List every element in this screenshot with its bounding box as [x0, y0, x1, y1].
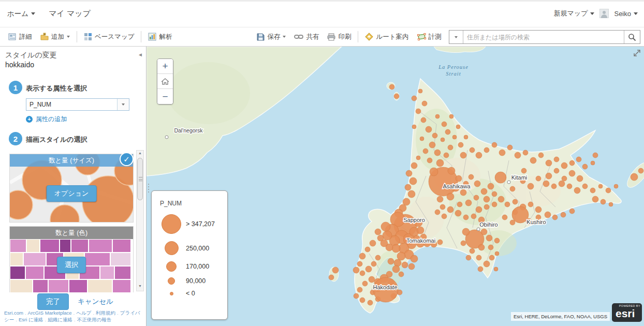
feature-symbol[interactable]: [515, 152, 521, 158]
feature-symbol[interactable]: [408, 263, 415, 270]
feature-symbol[interactable]: [510, 220, 515, 225]
options-button[interactable]: オプション: [47, 185, 97, 202]
feature-symbol[interactable]: [574, 187, 580, 194]
feature-symbol[interactable]: [455, 210, 461, 216]
feature-symbol[interactable]: [492, 202, 497, 207]
feature-symbol[interactable]: [442, 122, 447, 127]
feature-symbol[interactable]: [567, 184, 572, 189]
feature-symbol[interactable]: [492, 191, 497, 197]
feature-symbol[interactable]: [332, 267, 339, 273]
feature-symbol[interactable]: [569, 160, 575, 166]
feature-symbol[interactable]: [476, 152, 482, 158]
scroll-up-arrow[interactable]: ▲: [137, 151, 143, 157]
add-button[interactable]: 追加: [36, 30, 74, 43]
measure-button[interactable]: 計測: [413, 30, 446, 43]
feature-symbol[interactable]: [523, 150, 528, 155]
feature-symbol[interactable]: [502, 215, 507, 220]
style-card-size[interactable]: 数と量 (サイズ) ✓ オプション: [9, 154, 134, 223]
feature-symbol[interactable]: [505, 202, 510, 207]
feature-symbol[interactable]: [551, 184, 557, 189]
feature-symbol[interactable]: [466, 255, 471, 260]
feature-symbol[interactable]: [460, 152, 466, 158]
feature-symbol[interactable]: [365, 266, 372, 272]
feature-symbol[interactable]: [488, 183, 494, 189]
feature-symbol[interactable]: [456, 125, 460, 129]
feature-symbol[interactable]: [456, 175, 462, 182]
feature-symbol[interactable]: [457, 202, 462, 207]
feature-symbol[interactable]: [418, 89, 422, 93]
feature-symbol[interactable]: [440, 204, 445, 210]
feature-symbol[interactable]: [536, 176, 541, 181]
feature-symbol[interactable]: [481, 188, 487, 195]
feature-symbol[interactable]: [499, 150, 505, 156]
feature-symbol[interactable]: [528, 183, 534, 189]
feature-symbol[interactable]: [552, 215, 558, 220]
expand-icon[interactable]: [633, 49, 641, 57]
feature-symbol[interactable]: [545, 212, 551, 218]
done-button[interactable]: 完了: [37, 293, 69, 310]
feature-symbol[interactable]: [383, 231, 392, 240]
feature-symbol[interactable]: [375, 255, 380, 260]
feature-symbol[interactable]: [489, 255, 494, 260]
feature-symbol[interactable]: [614, 184, 618, 188]
feature-symbol[interactable]: [392, 265, 400, 273]
select-button[interactable]: 選択: [57, 257, 86, 273]
new-map-menu[interactable]: 新規マップ: [554, 9, 595, 18]
feature-symbol[interactable]: [474, 181, 480, 187]
feature-symbol[interactable]: [362, 281, 368, 286]
feature-symbol[interactable]: [486, 235, 492, 241]
search-input[interactable]: [463, 31, 624, 43]
feature-symbol[interactable]: [360, 271, 365, 276]
footer-link[interactable]: 組織に連絡: [48, 317, 72, 322]
user-avatar[interactable]: [599, 9, 609, 18]
feature-symbol[interactable]: [368, 300, 373, 305]
feature-symbol[interactable]: [460, 189, 466, 196]
feature-symbol[interactable]: [538, 153, 544, 158]
feature-symbol[interactable]: [447, 193, 454, 200]
footer-link[interactable]: ArcGIS Marketplace: [28, 310, 72, 316]
home-menu[interactable]: ホーム: [7, 9, 35, 19]
feature-symbol[interactable]: [402, 262, 408, 268]
feature-symbol[interactable]: [562, 176, 567, 181]
panel-drag-handle[interactable]: [148, 182, 150, 194]
feature-symbol[interactable]: [601, 199, 606, 204]
feature-symbol[interactable]: [406, 170, 412, 176]
feature-symbol[interactable]: [369, 276, 375, 283]
attribute-select[interactable]: P_NUM: [26, 98, 129, 111]
feature-symbol[interactable]: [470, 248, 475, 254]
feature-symbol[interactable]: [403, 198, 410, 205]
feature-symbol[interactable]: [448, 167, 455, 174]
feature-symbol[interactable]: [559, 181, 565, 187]
basemap-button[interactable]: ベースマップ: [80, 30, 138, 43]
feature-symbol[interactable]: [507, 145, 513, 150]
feature-symbol[interactable]: [354, 293, 359, 299]
feature-symbol[interactable]: [546, 173, 552, 179]
feature-symbol[interactable]: [381, 222, 390, 231]
feature-symbol[interactable]: [445, 129, 450, 135]
feature-symbol[interactable]: [389, 84, 394, 90]
feature-symbol[interactable]: [494, 238, 500, 243]
feature-symbol[interactable]: [582, 164, 588, 169]
add-attribute-link[interactable]: + 属性の追加: [26, 115, 67, 124]
search-scope-dropdown[interactable]: [449, 31, 463, 43]
feature-symbol[interactable]: [463, 215, 469, 220]
feature-symbol[interactable]: [488, 245, 493, 250]
feature-symbol[interactable]: [357, 261, 362, 266]
footer-link[interactable]: Esri に連絡: [19, 317, 43, 322]
analysis-button[interactable]: 解析: [144, 30, 176, 43]
home-button[interactable]: [157, 74, 173, 89]
feature-symbol[interactable]: [458, 142, 463, 147]
feature-symbol[interactable]: [432, 133, 437, 138]
cards-scrollbar[interactable]: ▲ ▼: [136, 150, 144, 291]
feature-symbol[interactable]: [421, 117, 426, 123]
select-arrow[interactable]: [117, 99, 129, 110]
feature-symbol[interactable]: [464, 135, 468, 139]
search-button[interactable]: [624, 31, 640, 43]
feature-symbol[interactable]: [417, 227, 424, 234]
feature-symbol[interactable]: [436, 159, 444, 167]
feature-symbol[interactable]: [412, 96, 417, 101]
feature-symbol[interactable]: [441, 138, 445, 142]
directions-button[interactable]: ルート案内: [361, 30, 413, 43]
feature-symbol[interactable]: [435, 114, 440, 118]
feature-symbol[interactable]: [530, 157, 536, 164]
